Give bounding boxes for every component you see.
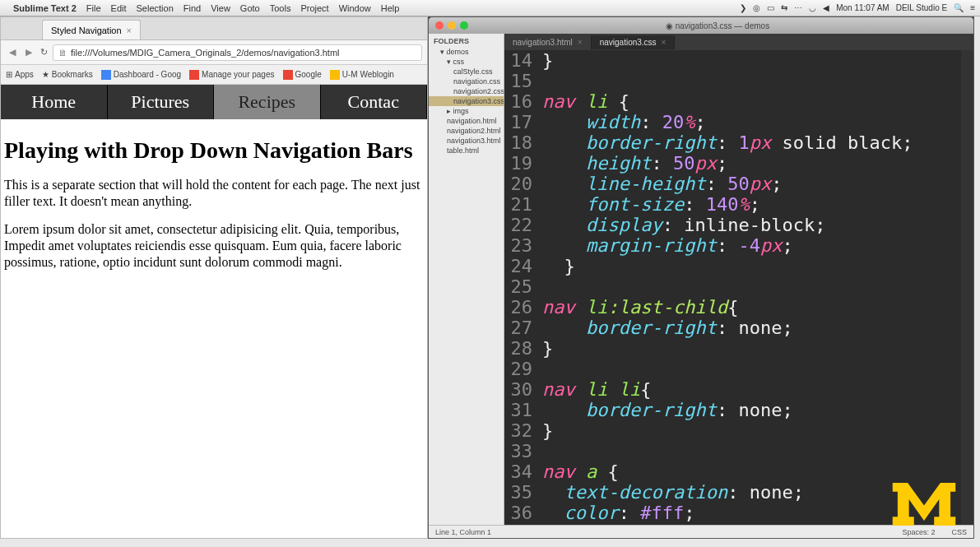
menu-project[interactable]: Project [300,3,328,13]
sidebar[interactable]: FOLDERS ▾ demos ▾ css calStyle.cssnaviga… [429,34,504,525]
editor-tabs: navigation3.html×navigation3.css× [504,34,973,50]
user-name[interactable]: DEIL Studio E [896,3,947,12]
editor-tab[interactable]: navigation3.html× [504,35,592,49]
menubar-icon[interactable]: ⋯ [794,3,802,12]
notifications-icon[interactable]: ≡ [970,3,975,12]
bookmark-icon: ⊞ [6,70,12,79]
bookmark[interactable]: Google [283,70,322,80]
url-text: file:///Volumes/MDIG_Camera_Originals_2/… [71,48,339,58]
page-viewport: HomePicturesRecipesContac Playing with D… [1,85,427,538]
menubar-icon[interactable]: ⇆ [781,3,787,12]
bookmark[interactable]: Manage your pages [189,70,274,80]
bookmark[interactable]: ⊞Apps [6,70,34,79]
close-icon[interactable]: × [127,25,132,35]
file-item[interactable]: navigation2.html [429,126,504,136]
page-title: Playing with Drop Down Navigation Bars [4,137,424,164]
editor-titlebar: ◉ navigation3.css — demos [429,17,973,34]
page-para-1: This is a separate section that will hol… [4,177,424,210]
chrome-window: Styled Navigation × ◀ ▶ ↻ 🗎 file:///Volu… [0,16,428,539]
modified-dot: ◉ [666,21,676,30]
file-item[interactable]: navigation.css [429,76,504,86]
tab-title: Styled Navigation [51,25,122,35]
file-item[interactable]: navigation3.html [429,136,504,146]
favicon [189,70,199,80]
menu-tools[interactable]: Tools [270,3,291,13]
menu-find[interactable]: Find [183,3,201,13]
sublime-window: ◉ navigation3.css — demos FOLDERS ▾ demo… [428,16,974,539]
nav-item-home[interactable]: Home [1,85,108,119]
browser-tab[interactable]: Styled Navigation × [42,20,141,39]
folder-demos[interactable]: ▾ demos [429,47,504,57]
app-name[interactable]: Sublime Text 2 [13,3,77,13]
mac-menubar: Sublime Text 2 FileEditSelectionFindView… [0,0,980,16]
site-nav: HomePicturesRecipesContac [1,85,427,119]
statusbar: Line 1, Column 1 Spaces: 2 CSS [429,525,973,538]
file-item[interactable]: navigation.html [429,116,504,126]
bookmark-icon: ★ [42,70,49,79]
menu-view[interactable]: View [211,3,230,13]
browser-tab-strip: Styled Navigation × [1,17,427,40]
volume-icon[interactable]: ◀ [823,3,829,12]
minimize-icon[interactable] [448,21,456,30]
browser-toolbar: ◀ ▶ ↻ 🗎 file:///Volumes/MDIG_Camera_Orig… [1,40,427,65]
folder-css[interactable]: ▾ css [429,57,504,67]
file-item[interactable]: calStyle.css [429,67,504,76]
status-lang[interactable]: CSS [951,528,967,536]
sidebar-header: FOLDERS [429,35,504,47]
url-bar[interactable]: 🗎 file:///Volumes/MDIG_Camera_Originals_… [53,44,422,61]
gutter: 1415161718192021222324252627282930313233… [504,50,537,525]
menu-file[interactable]: File [86,3,101,13]
m-logo [891,483,957,526]
editor-tab[interactable]: navigation3.css× [592,35,676,49]
minimap[interactable] [961,50,973,525]
menu-goto[interactable]: Goto [240,3,260,13]
spotlight-icon[interactable]: 🔍 [954,3,964,12]
window-title: ◉ navigation3.css — demos [666,21,769,30]
close-icon[interactable] [435,21,444,30]
back-icon[interactable]: ◀ [6,46,19,59]
bookmark[interactable]: ★Bookmarks [42,70,93,79]
menu-window[interactable]: Window [339,3,371,13]
menu-help[interactable]: Help [381,3,400,13]
menubar-icon[interactable]: ▭ [767,3,774,12]
folder-imgs[interactable]: ▸ imgs [429,106,504,116]
menu-selection[interactable]: Selection [137,3,174,13]
favicon [101,70,111,80]
reload-icon[interactable]: ↻ [40,47,48,58]
wifi-icon[interactable]: ◡ [809,3,816,12]
menu-edit[interactable]: Edit [111,3,127,13]
bookmark[interactable]: Dashboard - Goog [101,70,181,80]
file-icon: 🗎 [58,48,67,58]
nav-item-contac[interactable]: Contac [321,85,428,119]
bookmark[interactable]: U-M Weblogin [330,70,394,80]
nav-item-recipes[interactable]: Recipes [214,85,321,119]
forward-icon[interactable]: ▶ [22,46,35,59]
zoom-icon[interactable] [460,21,468,30]
close-icon[interactable]: × [578,38,583,47]
favicon [283,70,293,80]
favicon [330,70,340,80]
status-spaces[interactable]: Spaces: 2 [902,528,935,536]
menubar-icon[interactable]: ◎ [753,3,760,12]
file-item[interactable]: table.html [429,146,504,155]
file-item[interactable]: navigation2.css [429,86,504,96]
clock[interactable]: Mon 11:07 AM [836,3,889,12]
nav-item-pictures[interactable]: Pictures [108,85,215,119]
close-icon[interactable]: × [662,38,666,47]
bookmarks-bar: ⊞Apps★BookmarksDashboard - GoogManage yo… [1,65,427,85]
file-item[interactable]: navigation3.css [429,96,504,106]
menubar-icon[interactable]: ❯ [740,3,746,12]
code-content[interactable]: } nav li { width: 20%; border-right: 1px… [537,50,961,525]
page-para-2: Lorem ipsum dolor sit amet, consectetur … [4,221,424,271]
code-editor[interactable]: 1415161718192021222324252627282930313233… [504,50,973,525]
status-cursor: Line 1, Column 1 [435,528,491,536]
